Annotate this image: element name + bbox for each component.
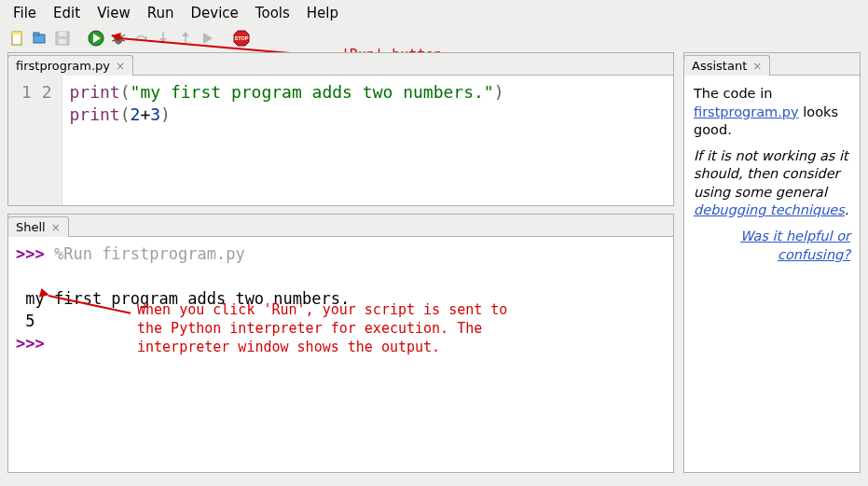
svg-marker-19 — [203, 33, 213, 44]
svg-line-13 — [122, 40, 125, 41]
close-icon[interactable]: × — [752, 60, 762, 73]
svg-rect-5 — [59, 32, 66, 36]
assistant-content: The code in firstprogram.py looks good. … — [684, 76, 860, 472]
shell-output-line: 5 — [16, 312, 34, 330]
menu-run[interactable]: Run — [140, 3, 182, 23]
left-column: firstprogram.py × 1 2 print("my first pr… — [7, 52, 674, 473]
assistant-debug-link[interactable]: debugging techniques — [694, 202, 845, 217]
svg-marker-18 — [182, 32, 189, 36]
shell-run-cmd: %Run firstprogram.py — [54, 244, 245, 263]
svg-rect-1 — [12, 32, 21, 35]
menu-edit[interactable]: Edit — [46, 3, 88, 23]
annotation-shell-label: When you click 'Run', your script is sen… — [137, 300, 507, 356]
editor-tabbar: firstprogram.py × — [8, 53, 673, 76]
shell-content[interactable]: >>> %Run firstprogram.py my first progra… — [8, 237, 673, 472]
shell-tab-label: Shell — [16, 220, 46, 234]
open-file-icon[interactable] — [32, 30, 48, 47]
annotation-run-arrowhead — [110, 31, 121, 42]
editor-panel: firstprogram.py × 1 2 print("my first pr… — [7, 52, 674, 206]
close-icon[interactable]: × — [51, 221, 61, 234]
shell-prompt: >>> — [16, 334, 54, 353]
stop-icon[interactable]: STOP — [233, 30, 250, 47]
shell-panel: Shell × >>> %Run firstprogram.py my firs… — [7, 214, 674, 473]
assistant-p1: The code in firstprogram.py looks good. — [694, 85, 850, 140]
main-area: firstprogram.py × 1 2 print("my first pr… — [0, 52, 868, 480]
svg-text:STOP: STOP — [235, 35, 249, 41]
assistant-tab[interactable]: Assistant × — [683, 55, 770, 76]
menu-tools[interactable]: Tools — [248, 3, 297, 23]
step-into-icon — [155, 30, 172, 47]
toolbar: STOP 'Run' button — [0, 26, 868, 52]
shell-tab[interactable]: Shell × — [7, 216, 69, 237]
editor-tab-label: firstprogram.py — [16, 59, 110, 73]
code-editor[interactable]: 1 2 print("my first program adds two num… — [8, 76, 673, 205]
assistant-panel: Assistant × The code in firstprogram.py … — [683, 52, 861, 473]
save-icon[interactable] — [54, 30, 71, 47]
editor-tab[interactable]: firstprogram.py × — [7, 55, 133, 76]
assistant-tabbar: Assistant × — [684, 53, 860, 76]
code-content[interactable]: print("my first program adds two numbers… — [62, 76, 673, 205]
line-number-gutter: 1 2 — [8, 76, 62, 205]
shell-prompt: >>> — [16, 244, 54, 263]
assistant-feedback: Was it helpful or confusing? — [694, 228, 850, 264]
menu-file[interactable]: File — [6, 3, 44, 23]
assistant-tab-label: Assistant — [692, 59, 747, 73]
right-column: Assistant × The code in firstprogram.py … — [683, 52, 861, 473]
assistant-feedback-link[interactable]: Was it helpful or confusing? — [740, 229, 850, 262]
assistant-p2: If it is not working as it should, then … — [694, 147, 850, 220]
menu-device[interactable]: Device — [184, 3, 246, 23]
svg-rect-6 — [59, 39, 66, 44]
assistant-file-link[interactable]: firstprogram.py — [694, 104, 799, 119]
menu-view[interactable]: View — [90, 3, 138, 23]
shell-tabbar: Shell × — [8, 215, 673, 237]
svg-rect-3 — [34, 33, 39, 35]
menu-help[interactable]: Help — [299, 3, 346, 23]
close-icon[interactable]: × — [116, 60, 125, 73]
run-icon[interactable] — [88, 30, 104, 47]
menubar: FileEditViewRunDeviceToolsHelp — [0, 0, 868, 26]
new-file-icon[interactable] — [9, 30, 26, 47]
